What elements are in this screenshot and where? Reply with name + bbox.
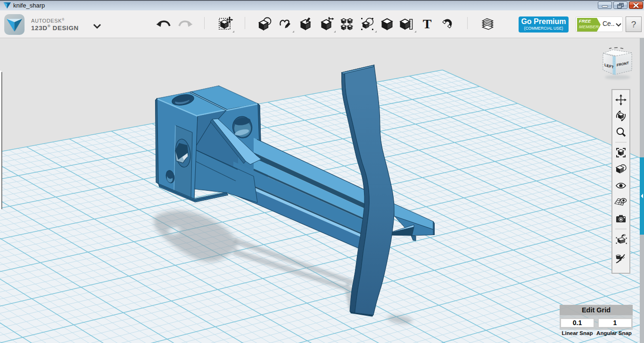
- svg-text:T: T: [423, 16, 432, 31]
